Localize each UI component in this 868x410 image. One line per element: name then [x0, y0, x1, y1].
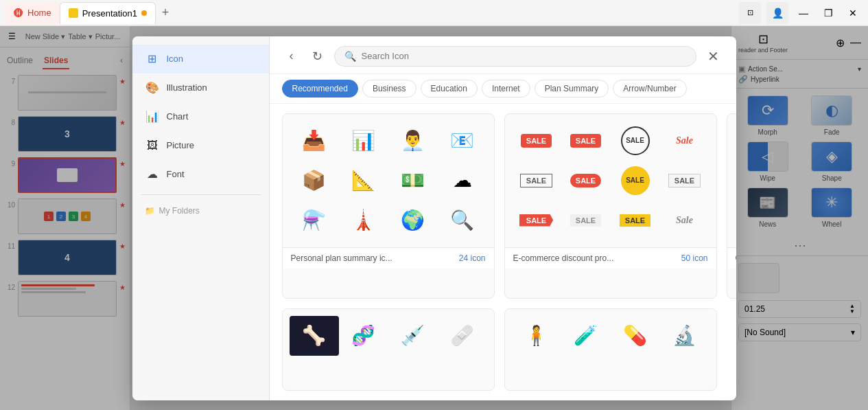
- modal-overlay[interactable]: ⊞ Icon 🎨 Illustration 📊 Chart 🖼 Picture …: [0, 26, 868, 410]
- card-title-car: Car and transport ic...: [736, 253, 736, 263]
- home-logo: 🅦: [14, 8, 23, 19]
- icon-cell: 💵: [388, 161, 438, 201]
- nav-illustration-label: Illustration: [167, 82, 207, 93]
- modal-close-button[interactable]: ✕: [703, 46, 724, 67]
- icon-cell: 🩹: [438, 316, 487, 356]
- icon-cell: 📐: [339, 161, 388, 201]
- icon-grid-extra: 🧍 🧪 💊 🔬: [505, 309, 716, 363]
- unsaved-dot: [141, 10, 147, 16]
- sale-cell: SALE: [561, 121, 611, 161]
- tab-education[interactable]: Education: [421, 80, 478, 98]
- presentation-tab-label: Presentation1: [82, 8, 137, 19]
- add-tab-button[interactable]: +: [156, 3, 175, 23]
- home-tab[interactable]: 🅦 Home: [5, 2, 60, 24]
- sale-cell: SALE: [561, 161, 611, 201]
- icon-cell: 🚕: [734, 161, 736, 201]
- sale-tag-4: Sale: [676, 135, 693, 146]
- icon-card-ecommerce[interactable]: SALE SALE SALE Sale SALE: [504, 113, 717, 299]
- tab-recommended[interactable]: Recommended: [282, 80, 358, 98]
- tab-internet[interactable]: Internet: [482, 80, 530, 98]
- presentation-tab[interactable]: Presentation1: [60, 2, 156, 24]
- folder-icon: 📁: [145, 206, 155, 216]
- insert-icon-modal: ⊞ Icon 🎨 Illustration 📊 Chart 🖼 Picture …: [132, 36, 736, 400]
- search-icon: 🔍: [344, 51, 356, 62]
- sale-tag-3: SALE: [621, 126, 650, 155]
- sale-tag-11: SALE: [620, 214, 650, 227]
- sale-cell: Sale: [660, 121, 709, 161]
- icon-card-footer: Personal plan summary ic... 24 icon: [283, 247, 494, 269]
- modal-icon-content: 📥 📊 👨‍💼 📧 📦 📐 💵 ☁ ⚗️ 🗼 🌍 🔍: [270, 104, 736, 308]
- icon-grid-medical: 🦴 🧬 💉 🩹: [283, 309, 494, 363]
- icon-cell: ☁: [438, 161, 487, 201]
- sale-cell: SALE: [512, 201, 561, 240]
- modal-back-button[interactable]: ‹: [282, 47, 301, 66]
- icon-cell: 🗼: [339, 201, 388, 240]
- card-count: 24 icon: [459, 253, 486, 263]
- icon-cell: 🔄: [734, 201, 736, 240]
- nav-font[interactable]: ☁ Font: [132, 160, 269, 189]
- modal-main: ‹ ↻ 🔍 ✕ Recommended Business Education I…: [270, 36, 736, 400]
- icon-card-car[interactable]: 🕐 🅿 🚗 ⚙️ 🚕 ⚡ 🚌 🎯 🔄 ⚡ 🚙 🎯: [727, 113, 736, 299]
- tab-business[interactable]: Business: [362, 80, 417, 98]
- icon-card-footer-car: Car and transport ic... 32 icon: [727, 247, 736, 269]
- icon-nav-icon: ⊞: [145, 52, 160, 67]
- sale-cell: SALE: [611, 161, 660, 201]
- nav-chart-label: Chart: [167, 111, 189, 122]
- sale-cell: SALE: [611, 201, 660, 240]
- nav-my-folders-label: My Folders: [159, 206, 200, 216]
- icon-cell: 📦: [290, 161, 339, 201]
- nav-picture-label: Picture: [167, 140, 194, 150]
- nav-icon-label: Icon: [167, 54, 184, 64]
- tab-arrow-number[interactable]: Arrow/Number: [613, 80, 686, 98]
- modal-category-tabs: Recommended Business Education Internet …: [270, 74, 736, 104]
- close-button[interactable]: ✕: [843, 3, 863, 23]
- icon-cell: 🕐: [734, 121, 736, 161]
- minimize-button[interactable]: —: [794, 3, 813, 23]
- icon-cell: 📧: [438, 121, 487, 161]
- icon-cell: 🧍: [512, 316, 561, 356]
- home-tab-label: Home: [27, 8, 51, 18]
- sale-cell: SALE: [611, 121, 660, 161]
- nav-my-folders[interactable]: 📁 My Folders: [132, 201, 269, 221]
- user-avatar[interactable]: 👤: [766, 2, 788, 24]
- icon-cell: 💊: [611, 316, 660, 356]
- icon-cell: 🧬: [339, 316, 388, 356]
- font-nav-icon: ☁: [145, 167, 160, 182]
- tab-plan-summary[interactable]: Plan Summary: [535, 80, 609, 98]
- icon-grid-car: 🕐 🅿 🚗 ⚙️ 🚕 ⚡ 🚌 🎯 🔄 ⚡ 🚙 🎯: [727, 114, 736, 247]
- icon-card-medical[interactable]: 🦴 🧬 💉 🩹: [282, 308, 495, 391]
- icon-card-footer-ecommerce: E-commerce discount pro... 50 icon: [505, 247, 716, 269]
- window-controls: ⊡ 👤 — ❐ ✕: [739, 2, 863, 24]
- icon-cell: 🔍: [438, 201, 487, 240]
- sale-tag-5: SALE: [520, 174, 552, 187]
- modal-sidebar: ⊞ Icon 🎨 Illustration 📊 Chart 🖼 Picture …: [132, 36, 270, 400]
- nav-chart[interactable]: 📊 Chart: [132, 102, 269, 131]
- sale-cell: SALE: [561, 201, 611, 240]
- icon-cell: 🧪: [561, 316, 611, 356]
- card-title-ecommerce: E-commerce discount pro...: [513, 253, 614, 263]
- chart-nav-icon: 📊: [145, 109, 160, 124]
- window-mode-icon[interactable]: ⊡: [739, 2, 761, 24]
- sale-cell: SALE: [512, 161, 561, 201]
- picture-nav-icon: 🖼: [145, 138, 160, 153]
- icon-card-extra[interactable]: 🧍 🧪 💊 🔬: [504, 308, 717, 391]
- modal-search-box[interactable]: 🔍: [334, 46, 696, 67]
- nav-picture[interactable]: 🖼 Picture: [132, 131, 269, 160]
- nav-font-label: Font: [167, 169, 185, 179]
- icon-cell: 📊: [339, 121, 388, 161]
- modal-icon-content-row2: 🦴 🧬 💉 🩹 🧍 🧪 💊 🔬: [270, 308, 736, 400]
- illustration-nav-icon: 🎨: [145, 80, 160, 95]
- sale-tag-12: Sale: [676, 215, 693, 226]
- sale-cell: SALE: [512, 121, 561, 161]
- sale-tag-7: SALE: [621, 166, 650, 195]
- restore-button[interactable]: ❐: [819, 3, 838, 23]
- nav-divider: [141, 194, 261, 195]
- modal-refresh-button[interactable]: ↻: [308, 47, 327, 66]
- search-input[interactable]: [362, 51, 686, 61]
- ppt-icon: [69, 8, 78, 18]
- sale-cell: SALE: [660, 161, 709, 201]
- nav-illustration[interactable]: 🎨 Illustration: [132, 73, 269, 102]
- card-count-ecommerce: 50 icon: [681, 253, 708, 263]
- icon-card-personal-plan[interactable]: 📥 📊 👨‍💼 📧 📦 📐 💵 ☁ ⚗️ 🗼 🌍 🔍: [282, 113, 495, 299]
- nav-icon[interactable]: ⊞ Icon: [132, 45, 269, 73]
